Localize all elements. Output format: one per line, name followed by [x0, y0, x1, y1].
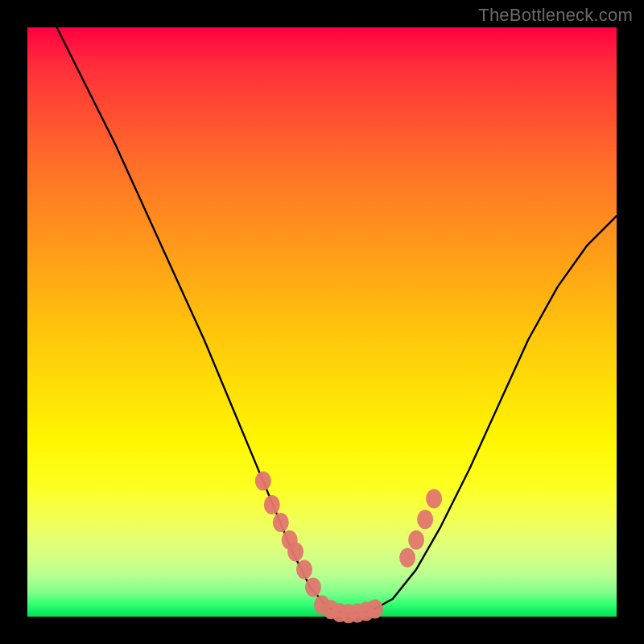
curve-path [27, 0, 617, 613]
highlight-dot [408, 530, 424, 550]
highlight-dot [367, 600, 383, 619]
highlight-dot [399, 548, 415, 568]
highlight-points [255, 472, 442, 624]
chart-frame: TheBottleneck.com [0, 0, 644, 644]
curve [27, 0, 617, 613]
curve-layer [27, 27, 617, 617]
highlight-dot [305, 577, 321, 597]
highlight-dot [426, 489, 442, 509]
highlight-dot [273, 513, 289, 532]
highlight-dot [287, 543, 303, 562]
highlight-dot [264, 495, 280, 514]
highlight-dot [296, 559, 312, 579]
highlight-dot [417, 510, 433, 529]
watermark-text: TheBottleneck.com [478, 5, 633, 26]
highlight-dot [255, 472, 271, 491]
plot-area [27, 27, 617, 617]
